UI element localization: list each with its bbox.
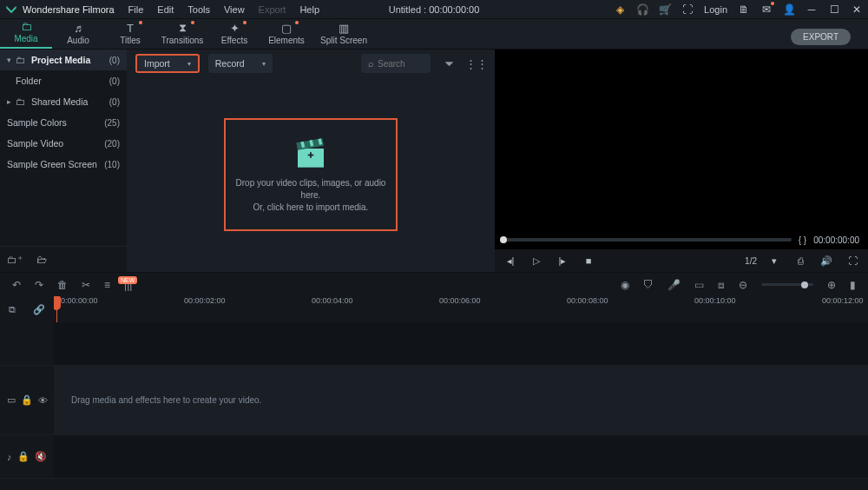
minimize-button[interactable]: ─ bbox=[806, 3, 818, 16]
grid-view-icon[interactable]: ⋮⋮ bbox=[467, 54, 486, 73]
save-icon[interactable]: 🗎 bbox=[738, 3, 750, 16]
menu-help[interactable]: Help bbox=[299, 4, 319, 15]
search-icon: ⌕ bbox=[368, 58, 374, 69]
zoom-out-icon[interactable]: ⊖ bbox=[739, 279, 747, 291]
marker-shield-icon[interactable]: ⛉ bbox=[643, 279, 654, 291]
tab-elements[interactable]: ▢ Elements bbox=[260, 18, 312, 49]
split-icon[interactable]: ✂ bbox=[82, 279, 90, 291]
play-button[interactable]: ▷ bbox=[528, 252, 545, 269]
cart-icon[interactable]: 🛒 bbox=[659, 3, 671, 16]
marker-icon[interactable]: ▭ bbox=[694, 279, 704, 291]
chevron-down-icon[interactable]: ▾ bbox=[766, 252, 783, 269]
export-button[interactable]: EXPORT bbox=[791, 29, 851, 45]
headphones-icon[interactable]: 🎧 bbox=[636, 3, 648, 16]
media-panel: Import ▾ Record ▾ ⌕ ⏷ ⋮⋮ bbox=[127, 50, 495, 272]
timeline-zoom-slider[interactable] bbox=[761, 283, 813, 286]
folder-icon: 🗀 bbox=[16, 96, 28, 107]
preview-viewport bbox=[495, 50, 868, 230]
track-row-spacer bbox=[0, 322, 868, 366]
audio-track-icon: ♪ bbox=[7, 452, 12, 462]
search-box[interactable]: ⌕ bbox=[361, 54, 431, 73]
menu-tools[interactable]: Tools bbox=[187, 4, 210, 15]
close-button[interactable]: ✕ bbox=[851, 3, 863, 16]
chevron-right-icon: ▸ bbox=[7, 97, 16, 106]
next-frame-button[interactable]: |▸ bbox=[554, 252, 571, 269]
menu-view[interactable]: View bbox=[224, 4, 245, 15]
diamond-icon[interactable]: ◈ bbox=[614, 3, 626, 16]
sidebar-item-shared-media[interactable]: ▸ 🗀 Shared Media (0) bbox=[0, 91, 127, 112]
preview-panel: { } 00:00:00:00 ◂| ▷ |▸ ■ 1/2 ▾ ⎙ 🔊 ⛶ bbox=[495, 50, 868, 272]
track-body-audio[interactable] bbox=[54, 435, 868, 478]
delete-icon[interactable]: 🗑 bbox=[57, 279, 68, 291]
open-folder-icon[interactable]: 🗁 bbox=[36, 254, 47, 266]
preview-zoom[interactable]: 1/2 bbox=[745, 256, 757, 266]
crop-icon[interactable]: ⧈ bbox=[718, 279, 725, 291]
chevron-down-icon: ▾ bbox=[187, 60, 191, 68]
import-dropdown[interactable]: Import ▾ bbox=[135, 54, 200, 73]
tab-effects[interactable]: ✦ Effects bbox=[208, 18, 260, 49]
lock-icon[interactable]: 🔒 bbox=[17, 451, 30, 462]
fullscreen-icon[interactable]: ⛶ bbox=[844, 252, 861, 269]
undo-icon[interactable]: ↶ bbox=[12, 279, 21, 291]
sidebar-item-project-media[interactable]: ▾ 🗀 Project Media (0) bbox=[0, 50, 127, 70]
sidebar-item-sample-colors[interactable]: Sample Colors (25) bbox=[0, 112, 127, 133]
tab-titles[interactable]: T Titles bbox=[104, 18, 156, 49]
record-icon[interactable]: ◉ bbox=[621, 279, 629, 291]
svg-rect-2 bbox=[310, 152, 312, 158]
zoom-in-icon[interactable]: ⊕ bbox=[827, 279, 836, 291]
text-align-icon[interactable]: ≡ bbox=[104, 279, 110, 291]
mute-icon[interactable]: 🔇 bbox=[35, 451, 47, 462]
volume-icon[interactable]: 🔊 bbox=[818, 252, 835, 269]
snapshot-icon[interactable]: ⎙ bbox=[792, 252, 809, 269]
tab-transitions[interactable]: ⧗ Transitions bbox=[156, 18, 208, 49]
timeline-toolbar: ↶ ↷ 🗑 ✂ ≡ |||NEW ◉ ⛉ 🎤 ▭ ⧈ ⊖ ⊕ ▮ bbox=[0, 272, 868, 296]
user-icon[interactable]: 👤 bbox=[783, 3, 795, 16]
adjust-icon[interactable]: |||NEW bbox=[124, 279, 132, 291]
app-name: Wondershare Filmora bbox=[23, 4, 115, 15]
tab-audio[interactable]: ♬ Audio bbox=[52, 18, 104, 49]
track-body[interactable] bbox=[54, 322, 868, 365]
music-note-icon: ♬ bbox=[74, 22, 82, 34]
folder-icon: 🗀 bbox=[21, 20, 32, 32]
track-body-video[interactable]: Drag media and effects here to create yo… bbox=[54, 366, 868, 434]
preview-seek-bar[interactable] bbox=[503, 238, 792, 242]
search-input[interactable] bbox=[378, 59, 421, 69]
login-button[interactable]: Login bbox=[704, 4, 727, 15]
mic-icon[interactable]: 🎤 bbox=[667, 279, 681, 291]
sidebar-item-sample-video[interactable]: Sample Video (20) bbox=[0, 133, 127, 154]
timeline-ruler: ⧉ 🔗 00:00:00:00 00:00:02:00 00:00:04:00 … bbox=[0, 296, 868, 322]
prev-frame-button[interactable]: ◂| bbox=[502, 252, 519, 269]
zoom-handle[interactable] bbox=[801, 281, 808, 288]
ruler-track[interactable]: 00:00:00:00 00:00:02:00 00:00:04:00 00:0… bbox=[54, 296, 868, 322]
sidebar-item-sample-green-screen[interactable]: Sample Green Screen (10) bbox=[0, 154, 127, 175]
tab-split-screen[interactable]: ▥ Split Screen bbox=[312, 18, 375, 49]
app-logo-icon bbox=[5, 3, 17, 16]
playhead[interactable] bbox=[56, 296, 57, 322]
lock-icon[interactable]: 🔒 bbox=[21, 394, 33, 406]
add-folder-icon[interactable]: 🗀⁺ bbox=[7, 254, 23, 266]
menu-file[interactable]: File bbox=[128, 4, 144, 15]
sidebar-item-folder[interactable]: Folder (0) bbox=[0, 70, 127, 91]
track-row-audio: ♪ 🔒 🔇 bbox=[0, 435, 868, 479]
tab-media[interactable]: 🗀 Media bbox=[0, 17, 52, 49]
import-dropzone[interactable]: Drop your video clips, images, or audio … bbox=[224, 118, 398, 231]
svg-rect-0 bbox=[298, 149, 324, 168]
duplicate-icon[interactable]: ⧉ bbox=[9, 304, 16, 315]
eye-icon[interactable]: 👁 bbox=[38, 395, 48, 406]
filter-icon[interactable]: ⏷ bbox=[439, 54, 458, 73]
zoom-fit-icon[interactable]: ▮ bbox=[850, 279, 856, 291]
redo-icon[interactable]: ↷ bbox=[35, 279, 43, 291]
mail-icon[interactable]: ✉ bbox=[760, 3, 773, 16]
link-icon[interactable]: 🔗 bbox=[33, 304, 45, 315]
top-tabs: 🗀 Media ♬ Audio T Titles ⧗ Transitions ✦… bbox=[0, 19, 868, 50]
record-dropdown[interactable]: Record ▾ bbox=[208, 54, 273, 73]
playhead-handle[interactable] bbox=[54, 296, 61, 310]
gift-icon[interactable]: ⛶ bbox=[681, 3, 694, 16]
seek-handle[interactable] bbox=[500, 236, 507, 243]
menu-export: Export bbox=[259, 4, 286, 15]
stop-button[interactable]: ■ bbox=[580, 252, 597, 269]
menu-edit[interactable]: Edit bbox=[157, 4, 174, 15]
text-icon: T bbox=[127, 22, 134, 34]
video-track-icon: ▭ bbox=[7, 394, 16, 406]
maximize-button[interactable]: ☐ bbox=[828, 3, 840, 16]
